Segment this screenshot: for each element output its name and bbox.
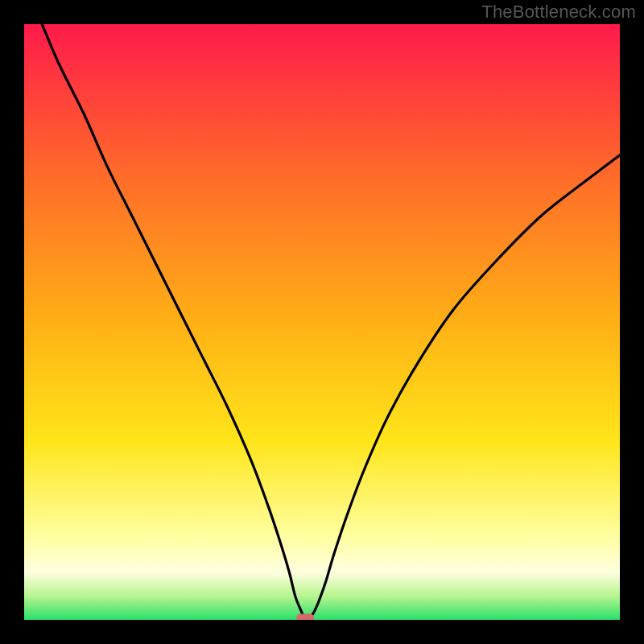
plot-svg: [24, 24, 620, 620]
minimum-marker: [296, 614, 314, 620]
chart-frame: TheBottleneck.com: [0, 0, 644, 644]
gradient-background: [24, 24, 620, 620]
watermark-text: TheBottleneck.com: [481, 2, 636, 23]
plot-area: [24, 24, 620, 620]
